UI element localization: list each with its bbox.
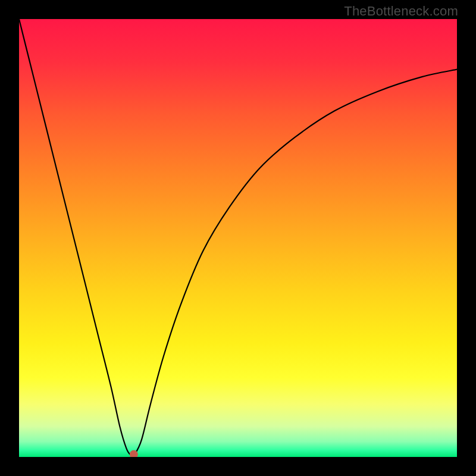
chart-frame: TheBottleneck.com — [0, 0, 476, 476]
chart-background — [19, 19, 457, 457]
chart-svg — [19, 19, 457, 457]
watermark-text: TheBottleneck.com — [344, 4, 458, 19]
chart-plot-area — [19, 19, 457, 457]
